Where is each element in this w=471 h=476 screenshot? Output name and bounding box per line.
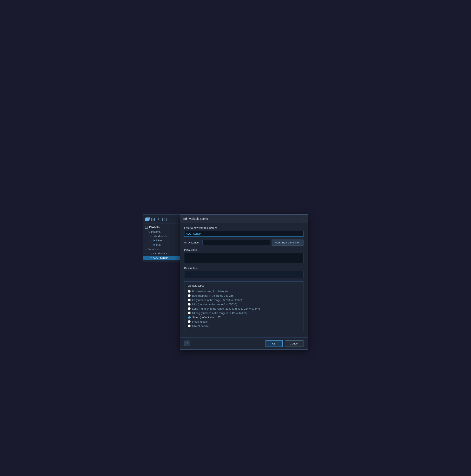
variable-type-title: Variable type: — [188, 284, 300, 287]
description-input[interactable] — [184, 271, 304, 278]
radio-float[interactable]: Floating point — [188, 320, 300, 324]
variable-type-box: Variable type: Bool (either true, 1 or f… — [184, 281, 304, 331]
radio-object[interactable]: Object handle — [188, 324, 300, 328]
expand-arrow-icon: ▼ — [150, 256, 152, 259]
close-button[interactable]: × — [300, 217, 304, 221]
radio-byte[interactable]: Byte (number in the range 0 to 255) — [188, 293, 300, 298]
bracket-icon — [162, 218, 167, 221]
dialog-title: Edit Variable Name — [183, 217, 208, 220]
initial-value-area: Initial value: — [184, 248, 304, 264]
dialog-titlebar: Edit Variable Name × — [180, 215, 308, 223]
array-length-row: Array Length: Add Array Dimension — [184, 239, 304, 246]
array-length-input[interactable] — [202, 240, 270, 245]
radio-object-input[interactable] — [188, 324, 191, 327]
svg-rect-4 — [163, 218, 164, 221]
x-icon — [151, 218, 155, 221]
radio-string-input[interactable] — [188, 316, 191, 319]
radio-bool[interactable]: Bool (either true, 1 or false, 0) — [188, 289, 300, 293]
radio-uint[interactable]: UInt (number in the range 0 to 65535) — [188, 302, 300, 306]
dialog-body: Enter a new variable name: Array Length:… — [180, 223, 308, 338]
radio-ulong-input[interactable] — [188, 311, 191, 314]
svg-text:Σ: Σ — [157, 218, 160, 221]
initial-value-label: Initial value: — [184, 248, 304, 252]
help-button[interactable]: ? — [184, 340, 190, 346]
variable-name-input[interactable] — [184, 231, 304, 237]
svg-rect-6 — [145, 226, 148, 228]
radio-long[interactable]: Long (number in the range -2147483648 to… — [188, 306, 300, 311]
radio-bool-input[interactable] — [188, 290, 191, 293]
cancel-button[interactable]: Cancel — [285, 340, 303, 347]
initial-value-input[interactable] — [184, 253, 304, 263]
svg-rect-5 — [165, 218, 167, 221]
radio-byte-input[interactable] — [188, 294, 191, 297]
edit-variable-dialog: Edit Variable Name × Enter a new variabl… — [180, 214, 308, 350]
sigma-icon: Σ — [157, 218, 161, 221]
radio-float-input[interactable] — [188, 320, 191, 323]
array-length-label: Array Length: — [184, 241, 200, 244]
radio-long-input[interactable] — [188, 307, 191, 310]
app-container: Σ Globals — Constants — <Add ne — [143, 214, 328, 262]
description-area: Description: — [184, 267, 304, 278]
add-array-dimension-button[interactable]: Add Array Dimension — [272, 239, 303, 246]
ok-button[interactable]: OK — [266, 340, 283, 347]
radio-uint-input[interactable] — [188, 303, 191, 306]
radio-string[interactable]: String (default size = 20) — [188, 315, 300, 320]
dialog-footer: ? OK Cancel — [180, 338, 308, 349]
globals-icon — [145, 226, 148, 229]
description-label: Description: — [184, 267, 304, 270]
parallelogram-icon — [145, 218, 150, 221]
radio-ulong[interactable]: ULong (number in the range 0 to 42949672… — [188, 311, 300, 315]
radio-int[interactable]: Int (number in the range -32768 to 32767… — [188, 298, 300, 302]
radio-int-input[interactable] — [188, 299, 191, 301]
variable-name-label: Enter a new variable name: — [184, 226, 304, 229]
